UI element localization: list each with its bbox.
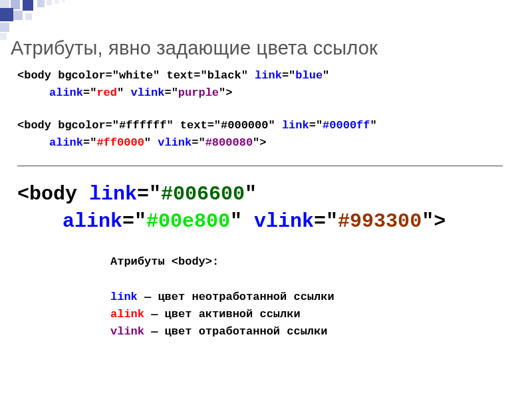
code-text: =" <box>122 210 146 233</box>
note-link-desc: — цвет неотработанной ссылки <box>138 291 334 303</box>
val-link: #006600 <box>161 183 245 205</box>
code-text: =" <box>83 136 96 149</box>
note-link-name: link <box>110 291 138 303</box>
val-alink: red <box>96 86 117 99</box>
code-text: =" <box>164 86 178 99</box>
code-text: =" <box>83 86 96 99</box>
attr-vlink: vlink <box>130 86 164 99</box>
val-alink: #ff0000 <box>96 136 144 149</box>
code-text: <body bgcolor="white" text="black" <box>17 69 255 82</box>
code-text: "> <box>253 136 266 149</box>
code-text: =" <box>282 69 295 82</box>
attr-alink: alink <box>49 86 83 99</box>
attr-link: link <box>255 69 282 82</box>
code-example-2: <body bgcolor="#ffffff" text="#000000" l… <box>17 117 512 151</box>
note-vlink-name: vlink <box>110 325 144 338</box>
code-example-1: <body bgcolor="white" text="black" link=… <box>17 67 512 101</box>
attr-alink: alink <box>49 136 83 149</box>
val-link: #0000ff <box>323 119 370 132</box>
code-text: =" <box>314 210 338 233</box>
val-vlink: #800080 <box>205 136 253 149</box>
attr-link: link <box>89 183 137 205</box>
code-text: " <box>245 183 257 205</box>
val-vlink: #993300 <box>338 210 422 233</box>
code-text: <body bgcolor="#ffffff" text="#000000" <box>17 119 282 132</box>
code-text: "> <box>422 210 446 233</box>
val-link: blue <box>295 69 323 82</box>
notes-header: Атрибуты <body>: <box>110 253 512 271</box>
code-text: =" <box>192 136 205 149</box>
code-text: " <box>323 69 329 82</box>
divider <box>17 166 503 166</box>
attr-link: link <box>282 119 309 132</box>
attr-vlink: vlink <box>254 210 314 233</box>
code-text: " <box>117 86 130 99</box>
code-text: " <box>144 136 158 149</box>
val-vlink: purple <box>178 86 219 99</box>
attr-vlink: vlink <box>158 136 192 149</box>
code-example-3: <body link="#006600" alink="#00e800" vli… <box>17 181 512 235</box>
note-alink-desc: — цвет активной ссылки <box>144 308 301 321</box>
note-vlink-desc: — цвет отработанной ссылки <box>144 325 327 338</box>
val-alink: #00e800 <box>146 210 230 233</box>
code-text: "> <box>219 86 232 99</box>
code-text: =" <box>309 119 323 132</box>
code-text: " <box>370 119 377 132</box>
code-text: =" <box>137 183 161 205</box>
code-text: <body <box>17 183 89 205</box>
attr-alink: alink <box>63 210 122 233</box>
code-text: " <box>230 210 254 233</box>
slide-title: Атрибуты, явно задающие цвета ссылок <box>11 37 512 59</box>
note-alink-name: alink <box>110 308 144 321</box>
attribute-notes: Атрибуты <body>: link — цвет неотработан… <box>110 253 512 341</box>
